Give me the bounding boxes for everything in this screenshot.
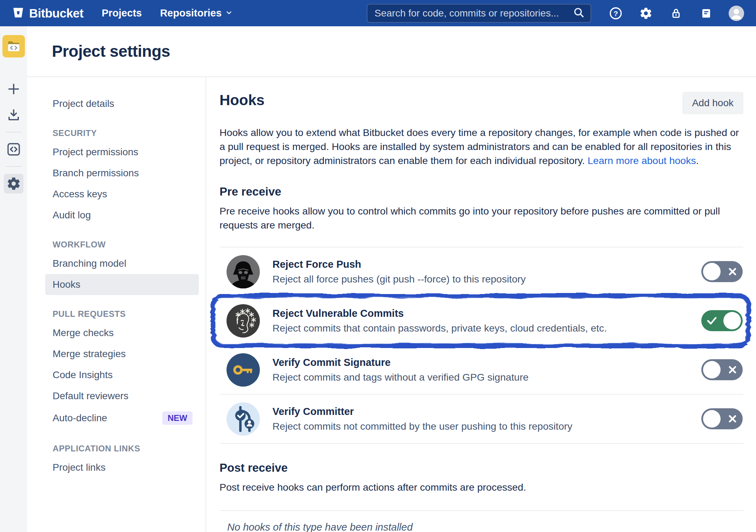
hook-description: Reject all force pushes (git push --forc… <box>272 273 526 285</box>
face-with-stars-avatar <box>227 304 260 337</box>
brand-name: Bitbucket <box>29 6 83 20</box>
sidebar-item-project-permissions[interactable]: Project permissions <box>45 142 199 163</box>
chevron-down-icon <box>225 7 233 19</box>
hook-title: Verify Committer <box>272 406 572 417</box>
sidebar-item-code-insights[interactable]: Code Insights <box>45 364 199 386</box>
hook-description: Reject commits and tags without a verifi… <box>272 371 528 383</box>
darth-vader-avatar <box>227 255 260 288</box>
hooks-panel: Hooks Add hook Hooks allow you to extend… <box>206 77 756 532</box>
post-receive-empty-message: No hooks of this type have been installe… <box>227 521 743 532</box>
sidebar-item-default-reviewers[interactable]: Default reviewers <box>45 386 199 407</box>
bitbucket-logo[interactable]: Bitbucket <box>12 6 83 20</box>
sidebar-item-audit-log[interactable]: Audit log <box>45 205 199 226</box>
commit-graph-avatar <box>227 402 260 436</box>
sidebar-item-branching-model[interactable]: Branching model <box>45 253 199 274</box>
sidebar-item-branch-permissions[interactable]: Branch permissions <box>45 163 199 184</box>
hook-row-verify-commit-signature: Verify Commit Signature Reject commits a… <box>220 346 743 395</box>
navbar-icon-group: ? <box>608 6 744 21</box>
sidebar-item-project-links[interactable]: Project links <box>45 457 199 478</box>
top-navbar: Bitbucket Projects Repositories ? <box>0 0 756 26</box>
project-avatar[interactable] <box>2 35 25 57</box>
app-icon-rail <box>0 26 27 532</box>
toggle-reject-force-push[interactable] <box>701 261 743 282</box>
pre-receive-hook-list: Reject Force Push Reject all force pushe… <box>220 247 743 444</box>
sidebar-item-access-keys[interactable]: Access keys <box>45 184 199 205</box>
hook-title: Reject Vulnerable Commits <box>272 308 607 319</box>
clone-download-icon[interactable] <box>4 105 23 125</box>
nav-link-projects[interactable]: Projects <box>102 7 142 19</box>
toggle-knob <box>703 263 721 280</box>
x-icon <box>728 414 737 423</box>
hook-title: Verify Commit Signature <box>272 357 528 368</box>
post-receive-description: Post receive hooks can perform actions a… <box>220 480 743 494</box>
code-source-icon[interactable] <box>4 139 23 159</box>
pre-receive-description: Pre receive hooks allow you to control w… <box>220 204 743 232</box>
settings-sidebar: Project details SECURITY Project permiss… <box>27 77 206 532</box>
sidebar-item-auto-decline[interactable]: Auto-decline NEW <box>45 407 199 430</box>
feedback-notes-icon[interactable] <box>698 6 714 21</box>
user-avatar[interactable] <box>729 6 744 21</box>
page-header: Project settings <box>27 26 756 76</box>
toggle-verify-committer[interactable] <box>701 408 743 429</box>
sidebar-section-workflow: WORKFLOW <box>45 240 199 250</box>
toggle-knob <box>703 410 721 428</box>
sidebar-section-security: SECURITY <box>45 128 199 138</box>
hooks-heading: Hooks <box>220 92 264 109</box>
hook-row-reject-vulnerable-commits: Reject Vulnerable Commits Reject commits… <box>220 296 743 346</box>
search-icon[interactable] <box>573 7 585 20</box>
x-icon <box>728 365 737 374</box>
add-hook-button[interactable]: Add hook <box>682 92 743 114</box>
sidebar-section-application-links: APPLICATION LINKS <box>45 444 199 453</box>
pre-receive-heading: Pre receive <box>220 185 743 198</box>
settings-gear-icon[interactable] <box>638 6 654 21</box>
hook-row-reject-force-push: Reject Force Push Reject all force pushe… <box>220 247 743 296</box>
search-box[interactable] <box>367 4 591 23</box>
new-badge: NEW <box>162 411 193 425</box>
hook-title: Reject Force Push <box>272 259 526 270</box>
sidebar-item-hooks[interactable]: Hooks <box>45 274 199 295</box>
page-title: Project settings <box>52 42 756 61</box>
sidebar-item-project-details[interactable]: Project details <box>45 93 199 114</box>
sidebar-section-pull-requests: PULL REQUESTS <box>45 309 199 319</box>
learn-more-link[interactable]: Learn more about hooks <box>588 155 696 166</box>
sidebar-item-merge-checks[interactable]: Merge checks <box>45 322 199 343</box>
create-plus-icon[interactable] <box>4 79 23 99</box>
x-icon <box>728 267 737 276</box>
toggle-knob <box>723 312 741 329</box>
toggle-knob <box>703 361 721 378</box>
sidebar-item-merge-strategies[interactable]: Merge strategies <box>45 343 199 364</box>
toggle-reject-vulnerable-commits[interactable] <box>701 310 743 331</box>
rail-divider <box>6 166 21 167</box>
svg-text:?: ? <box>614 9 618 17</box>
gold-key-avatar <box>227 353 260 387</box>
hook-description: Reject commits that contain passwords, p… <box>272 322 607 334</box>
post-receive-divider <box>220 510 743 511</box>
toggle-verify-commit-signature[interactable] <box>701 359 743 380</box>
help-icon[interactable]: ? <box>608 6 623 21</box>
bitbucket-logo-icon <box>12 6 25 20</box>
hook-description: Reject commits not committed by the user… <box>272 421 572 432</box>
hooks-intro: Hooks allow you to extend what Bitbucket… <box>220 125 743 168</box>
nav-link-repositories[interactable]: Repositories <box>160 7 233 19</box>
check-icon <box>707 316 717 325</box>
rail-settings-gear-icon[interactable] <box>4 174 23 193</box>
lock-icon[interactable] <box>668 6 684 21</box>
hook-row-verify-committer: Verify Committer Reject commits not comm… <box>220 395 743 444</box>
search-input[interactable] <box>374 8 573 19</box>
rail-divider <box>6 132 21 132</box>
post-receive-heading: Post receive <box>220 461 743 475</box>
